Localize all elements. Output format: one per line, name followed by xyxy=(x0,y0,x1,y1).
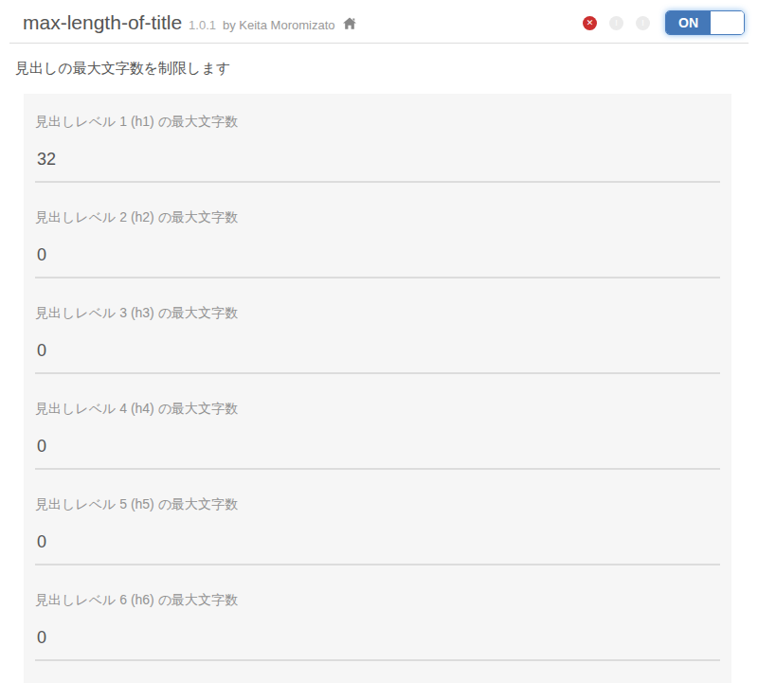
settings-panel: 見出しレベル 1 (h1) の最大文字数 見出しレベル 2 (h2) の最大文字… xyxy=(24,94,731,683)
setting-field: 見出しレベル 3 (h3) の最大文字数 xyxy=(35,293,720,388)
plugin-title: max-length-of-title xyxy=(23,10,182,35)
enable-toggle[interactable]: ON xyxy=(665,10,745,35)
error-icon[interactable]: ✕ xyxy=(583,16,597,30)
plugin-version: 1.0.1 xyxy=(189,18,216,32)
setting-label: 見出しレベル 2 (h2) の最大文字数 xyxy=(35,208,720,225)
setting-input[interactable] xyxy=(35,436,720,470)
setting-field: 見出しレベル 4 (h4) の最大文字数 xyxy=(35,388,720,484)
setting-field: 見出しレベル 6 (h6) の最大文字数 xyxy=(35,580,720,675)
plugin-description: 見出しの最大文字数を制限します xyxy=(9,44,749,94)
plugin-author: by Keita Moromizato xyxy=(223,18,335,32)
toggle-on-label: ON xyxy=(666,11,711,34)
setting-input[interactable] xyxy=(35,340,720,374)
plugin-settings-page: max-length-of-title 1.0.1 by Keita Morom… xyxy=(0,0,758,683)
setting-input[interactable] xyxy=(35,149,720,183)
setting-input[interactable] xyxy=(35,627,720,661)
setting-input[interactable] xyxy=(35,244,720,278)
setting-label: 見出しレベル 1 (h1) の最大文字数 xyxy=(35,113,720,130)
plugin-header: max-length-of-title 1.0.1 by Keita Morom… xyxy=(9,0,749,44)
setting-label: 見出しレベル 3 (h3) の最大文字数 xyxy=(35,304,720,321)
setting-field: 見出しレベル 1 (h1) の最大文字数 xyxy=(35,101,720,197)
setting-field: 見出しレベル 5 (h5) の最大文字数 xyxy=(35,484,720,580)
warning-icon[interactable]: ! xyxy=(609,16,623,30)
setting-input[interactable] xyxy=(35,531,720,565)
toggle-handle[interactable] xyxy=(711,11,744,34)
header-controls: ✕ ! ! ON xyxy=(583,10,745,35)
setting-field: 見出しレベル 2 (h2) の最大文字数 xyxy=(35,197,720,293)
setting-label: 見出しレベル 6 (h6) の最大文字数 xyxy=(35,591,720,608)
plugin-title-group: max-length-of-title 1.0.1 by Keita Morom… xyxy=(23,10,356,35)
setting-label: 見出しレベル 5 (h5) の最大文字数 xyxy=(35,495,720,512)
home-icon[interactable] xyxy=(343,17,356,29)
setting-label: 見出しレベル 4 (h4) の最大文字数 xyxy=(35,400,720,417)
info-icon[interactable]: ! xyxy=(636,16,650,30)
